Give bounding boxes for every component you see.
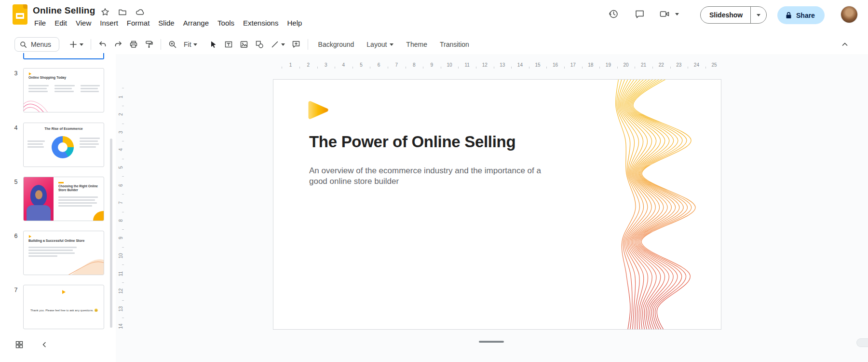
slide-decoration-waves (576, 80, 721, 330)
menu-tools[interactable]: Tools (213, 17, 239, 28)
menu-file[interactable]: File (30, 17, 50, 28)
mini-play-logo-icon (62, 290, 66, 294)
slide-title-textbox[interactable]: The Power of Online Selling (309, 133, 515, 151)
slide-thumbnail-4[interactable]: The Rise of Ecommerce (23, 123, 104, 167)
star-icon[interactable] (100, 7, 110, 17)
menu-extensions[interactable]: Extensions (239, 17, 283, 28)
menu-arrange[interactable]: Arrange (179, 17, 213, 28)
insert-line-button[interactable] (268, 37, 288, 52)
slide-number: 7 (12, 287, 20, 293)
toolbar-divider (91, 39, 91, 50)
new-slide-caret-icon (80, 43, 83, 46)
paint-format-button[interactable] (142, 37, 156, 52)
slide-number: 4 (12, 125, 20, 131)
line-caret-icon (281, 43, 285, 46)
menus-label: Menus (31, 41, 51, 48)
redo-button[interactable] (111, 37, 125, 52)
version-history-icon[interactable] (607, 7, 620, 21)
side-panel-toggle[interactable] (856, 338, 868, 347)
menu-bar: File Edit View Insert Format Slide Arran… (30, 17, 306, 28)
share-button[interactable]: Share (777, 6, 825, 24)
comments-icon[interactable] (633, 7, 646, 21)
slide-number: 5 (12, 179, 20, 185)
zoom-caret-icon (193, 43, 197, 46)
share-label: Share (796, 12, 815, 19)
cloud-saved-icon[interactable] (135, 7, 145, 17)
hide-menus-button[interactable] (838, 38, 852, 51)
new-slide-button[interactable] (66, 37, 86, 52)
menu-help[interactable]: Help (283, 17, 306, 28)
logo-fold (23, 4, 27, 9)
thumb-title: Thank you. Please feel free to ask any q… (28, 308, 100, 312)
grid-view-icon (15, 340, 24, 349)
layout-caret-icon (390, 43, 393, 46)
transition-label: Transition (440, 41, 469, 48)
meet-camera-icon[interactable] (658, 7, 671, 21)
background-button[interactable]: Background (312, 37, 360, 52)
slides-app-logo[interactable] (13, 4, 27, 25)
mini-play-logo-icon (29, 235, 31, 238)
move-folder-icon[interactable] (118, 7, 127, 17)
thumb-title: Choosing the Right Online Store Builder (58, 184, 100, 192)
zoom-fit-select[interactable]: Fit (181, 37, 200, 52)
menu-slide[interactable]: Slide (154, 17, 178, 28)
select-tool-button[interactable] (206, 37, 220, 52)
menus-search-button[interactable]: Menus (14, 37, 59, 52)
pink-wave-decoration (23, 94, 53, 112)
theme-label: Theme (406, 41, 427, 48)
meet-dropdown-caret-icon[interactable] (673, 7, 681, 21)
collapse-filmstrip-button[interactable] (39, 338, 50, 351)
layout-button[interactable]: Layout (361, 37, 399, 52)
zoom-button[interactable] (165, 37, 180, 52)
slideshow-label: Slideshow (701, 11, 750, 19)
document-title[interactable]: Online Selling (33, 5, 95, 16)
menu-insert[interactable]: Insert (95, 17, 122, 28)
mini-accent-dash (58, 182, 64, 183)
toolbar-divider (161, 39, 161, 50)
slide-subtitle-textbox[interactable]: An overview of the ecommerce industry an… (309, 166, 558, 187)
background-label: Background (318, 41, 354, 48)
thumb-title: Building a Successful Online Store (28, 239, 84, 242)
print-button[interactable] (126, 37, 141, 52)
slideshow-button[interactable]: Slideshow (700, 6, 767, 24)
mini-play-logo-icon (29, 72, 31, 75)
insert-comment-button[interactable] (289, 37, 303, 52)
thumb-title: The Rise of Ecommerce (24, 127, 104, 130)
grid-view-button[interactable] (13, 338, 26, 351)
slide-editing-canvas[interactable]: The Power of Online Selling An overview … (273, 79, 721, 330)
logo-page (16, 13, 24, 19)
toolbar-divider (308, 39, 308, 50)
slide-number: 6 (12, 233, 20, 239)
lock-icon (785, 12, 792, 19)
insert-shape-button[interactable] (252, 37, 267, 52)
menu-view[interactable]: View (71, 17, 95, 28)
theme-button[interactable]: Theme (400, 37, 433, 52)
transition-button[interactable]: Transition (434, 37, 475, 52)
slideshow-options-caret-icon[interactable] (751, 7, 766, 23)
line-icon (271, 40, 279, 49)
menu-format[interactable]: Format (122, 17, 154, 28)
chevron-left-icon (41, 341, 48, 348)
zoom-value: Fit (184, 41, 191, 48)
slide-thumbnail-5[interactable]: Choosing the Right Online Store Builder (23, 177, 104, 221)
slide-thumbnail-selected-partial[interactable] (23, 53, 104, 59)
text-box-tool-button[interactable] (221, 37, 236, 52)
chevron-up-icon (841, 41, 849, 48)
slide-thumbnail-6[interactable]: Building a Successful Online Store (23, 231, 104, 275)
mini-donut-chart (52, 136, 74, 158)
slide-number: 3 (12, 70, 20, 77)
layout-label: Layout (366, 41, 387, 48)
menu-edit[interactable]: Edit (50, 17, 71, 28)
mini-orange-corner (93, 211, 104, 221)
plus-icon (69, 40, 78, 49)
undo-button[interactable] (95, 37, 110, 52)
filmstrip-scrollbar-thumb[interactable] (110, 139, 112, 328)
toolbar: Menus Fit (0, 35, 868, 54)
google-slides-window: Online Selling File Edit View Insert For… (0, 0, 868, 362)
account-avatar[interactable] (841, 6, 857, 23)
insert-image-button[interactable] (237, 37, 251, 52)
horizontal-scrollbar-thumb[interactable] (479, 341, 504, 343)
slide-thumbnail-3[interactable]: Online Shopping Today (23, 68, 104, 112)
slide-thumbnail-7[interactable]: Thank you. Please feel free to ask any q… (23, 285, 104, 329)
brand-play-logo-icon[interactable] (307, 100, 329, 120)
